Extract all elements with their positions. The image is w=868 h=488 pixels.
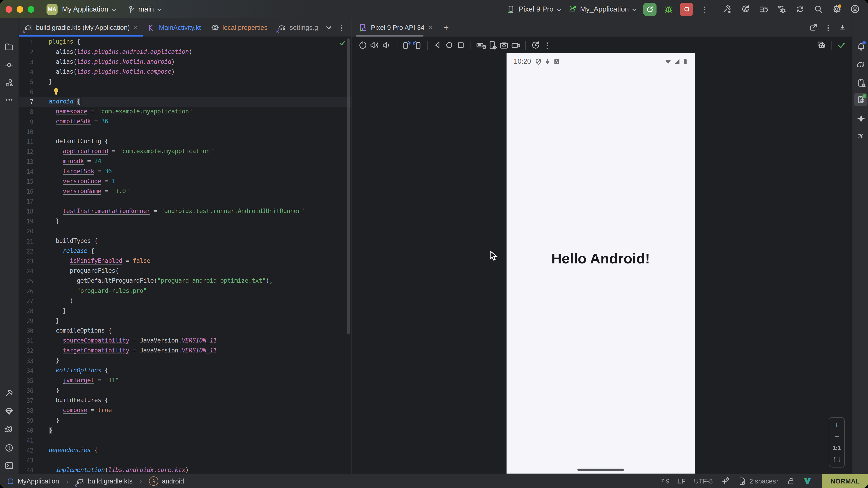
line-number[interactable]: 21	[19, 236, 33, 246]
fit-to-window-icon[interactable]	[833, 456, 840, 463]
line-number[interactable]: 22	[19, 246, 33, 256]
line-number[interactable]: 24	[19, 266, 33, 276]
lock-widget[interactable]	[787, 477, 795, 485]
sync-gradle-button[interactable]	[793, 2, 807, 16]
open-in-new-window-icon[interactable]	[809, 23, 817, 32]
app-quality-insights-tool-button[interactable]	[2, 404, 16, 418]
line-number[interactable]: 3	[19, 57, 33, 67]
caret-position-widget[interactable]: 7:9	[660, 477, 670, 485]
line-number[interactable]: 13	[19, 157, 33, 166]
zoom-in-button[interactable]: +	[835, 422, 839, 428]
line-number[interactable]: 14	[19, 166, 33, 176]
line-number[interactable]: 4	[19, 67, 33, 77]
line-number[interactable]: 5	[19, 77, 33, 87]
code-line[interactable]: 16 versionName = "1.0"	[19, 186, 351, 196]
hide-panel-icon[interactable]	[839, 24, 846, 31]
device-tab[interactable]: Pixel 9 Pro API 34 ×	[351, 18, 438, 37]
tab-mainactivity[interactable]: MainActivity.kt	[143, 18, 206, 37]
debug-button[interactable]	[662, 2, 675, 16]
line-number[interactable]: 35	[19, 376, 33, 386]
inspections-ok-check-icon[interactable]	[339, 39, 346, 46]
code-line[interactable]: 9 compileSdk = 36	[19, 117, 351, 127]
line-number[interactable]: 36	[19, 386, 33, 396]
code-line[interactable]: 4 alias(libs.plugins.kotlin.compose)	[19, 67, 351, 77]
line-number[interactable]: 23	[19, 256, 33, 266]
line-number[interactable]: 19	[19, 217, 33, 226]
code-line[interactable]: 27 )	[19, 296, 351, 306]
code-area[interactable]: 1plugins {2 alias(libs.plugins.android.a…	[19, 37, 351, 474]
rotate-right-button[interactable]	[412, 39, 423, 51]
overview-button[interactable]	[455, 39, 467, 51]
zoom-window-button[interactable]	[28, 6, 34, 12]
rerun-button[interactable]	[643, 2, 657, 16]
line-number[interactable]: 31	[19, 336, 33, 346]
gemini-button[interactable]	[854, 112, 868, 125]
line-number[interactable]: 43	[19, 455, 33, 465]
line-number[interactable]: 29	[19, 316, 33, 326]
emulator-more-kebab-icon[interactable]: ⋮	[541, 39, 553, 51]
screen-record-button[interactable]	[510, 39, 522, 51]
line-number[interactable]: 2	[19, 47, 33, 57]
panel-options-kebab-icon[interactable]: ⋮	[825, 23, 832, 32]
code-line[interactable]: 32 targetCompatibility = JavaVersion.VER…	[19, 346, 351, 356]
line-number[interactable]: 6	[19, 87, 33, 97]
code-line[interactable]: 2 alias(libs.plugins.android.application…	[19, 47, 351, 57]
apply-changes-button[interactable]	[739, 2, 752, 16]
code-line[interactable]: 28 }	[19, 306, 351, 316]
tab-settings-gradle[interactable]: K settings.g	[272, 18, 323, 37]
code-line[interactable]: 29 }	[19, 316, 351, 326]
line-number[interactable]: 42	[19, 445, 33, 455]
line-number[interactable]: 1	[19, 37, 33, 47]
build-tool-button[interactable]	[2, 387, 16, 400]
line-number[interactable]: 16	[19, 186, 33, 196]
code-line[interactable]: 33 }	[19, 356, 351, 366]
device-selector[interactable]: Pixel 9 Pro	[506, 5, 562, 13]
rotate-left-button[interactable]	[400, 39, 412, 51]
code-line[interactable]: 41	[19, 435, 351, 445]
editor-scrollbar[interactable]	[347, 38, 350, 334]
line-number[interactable]: 44	[19, 465, 33, 474]
minimize-window-button[interactable]	[17, 6, 23, 12]
code-line[interactable]: 19 }	[19, 217, 351, 226]
line-number[interactable]: 27	[19, 296, 33, 306]
tab-build-gradle[interactable]: K build.gradle.kts (My Application) ×	[19, 18, 143, 37]
code-line[interactable]: 17	[19, 196, 351, 206]
attach-debugger-button[interactable]	[775, 2, 788, 16]
line-number[interactable]: 11	[19, 137, 33, 147]
code-line[interactable]: 20	[19, 226, 351, 236]
more-tool-windows-button[interactable]	[2, 93, 16, 106]
breadcrumb-file[interactable]: build.gradle.kts	[88, 477, 133, 485]
code-line[interactable]: 40}	[19, 425, 351, 435]
code-line[interactable]: 18 testInstrumentationRunner = "androidx…	[19, 206, 351, 216]
code-line[interactable]: 12 applicationId = "com.example.myapplic…	[19, 147, 351, 157]
code-line[interactable]: 37 buildFeatures {	[19, 396, 351, 405]
code-line[interactable]: 25 getDefaultProguardFile("proguard-andr…	[19, 276, 351, 286]
hardware-input-button[interactable]	[475, 39, 487, 51]
power-button[interactable]	[357, 39, 369, 51]
volume-down-button[interactable]	[380, 39, 392, 51]
volume-up-button[interactable]	[369, 39, 380, 51]
code-line[interactable]: 39 }	[19, 416, 351, 425]
code-line[interactable]: 23 isMinifyEnabled = false	[19, 256, 351, 266]
line-number[interactable]: 39	[19, 416, 33, 425]
code-line[interactable]: 34 kotlinOptions {	[19, 366, 351, 376]
code-line[interactable]: 6	[19, 87, 351, 97]
code-line[interactable]: 5}	[19, 77, 351, 87]
device-manager-button[interactable]	[854, 76, 868, 90]
run-configuration-selector[interactable]: My_Application	[567, 5, 637, 13]
code-line[interactable]: 7android {	[19, 97, 351, 107]
profile-button[interactable]	[848, 2, 862, 16]
project-widget[interactable]: MA My Application	[46, 4, 117, 15]
apply-code-changes-button[interactable]	[757, 2, 770, 16]
code-line[interactable]: 11 defaultConfig {	[19, 137, 351, 147]
home-indicator[interactable]	[577, 468, 624, 471]
line-number[interactable]: 33	[19, 356, 33, 366]
add-device-tab-button[interactable]: +	[443, 22, 449, 32]
run-more-actions[interactable]: ⋮	[698, 2, 711, 16]
code-line[interactable]: 15 versionCode = 1	[19, 176, 351, 186]
close-window-button[interactable]	[5, 6, 12, 12]
line-number[interactable]: 20	[19, 226, 33, 236]
indent-widget[interactable]: 2 spaces*	[738, 477, 778, 485]
code-line[interactable]: 3 alias(libs.plugins.kotlin.android)	[19, 57, 351, 67]
breadcrumb-element[interactable]: android	[162, 477, 184, 485]
